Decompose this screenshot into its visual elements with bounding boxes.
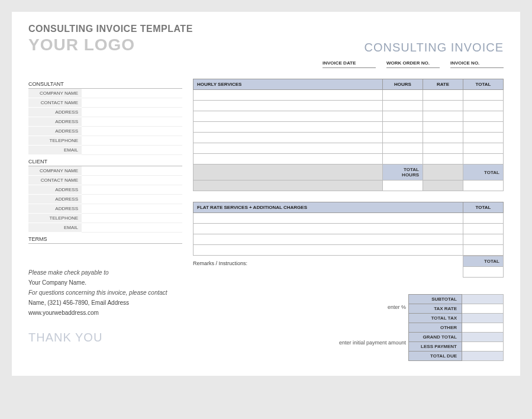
hourly-rate-header: RATE [423,79,463,90]
payment-footer: Please make check payable to Your Compan… [28,267,182,318]
questions-intro: For questions concerning this invoice, p… [28,288,182,298]
web-address: www.yourwebaddress.com [28,308,182,318]
client-address3-label: ADDRESS [28,204,82,214]
flat-row[interactable] [194,213,504,224]
other-value[interactable] [462,323,504,333]
tax-rate-value[interactable] [462,304,504,314]
consultant-telephone-value[interactable] [82,136,182,146]
grand-total-value [462,333,504,342]
client-company-label: COMPANY NAME [28,166,82,176]
client-section-label: CLIENT [28,159,182,166]
consultant-company-label: COMPANY NAME [28,89,82,98]
consultant-telephone-label: TELEPHONE [28,136,82,146]
hourly-row[interactable] [194,90,504,101]
header-row: YOUR LOGO CONSULTING INVOICE [28,36,504,54]
remarks-label: Remarks / Instructions: [193,258,463,278]
enter-payment-note: enter initial payment amount [339,340,406,346]
consultant-address3-value[interactable] [82,127,182,136]
client-address3-value[interactable] [82,204,182,214]
page-title: CONSULTING INVOICE TEMPLATE [28,24,504,34]
hourly-row[interactable] [194,122,504,133]
flat-rate-table: FLAT RATE SERVICES + ADDITIONAL CHARGES … [193,202,504,256]
grand-total-label: GRAND TOTAL [409,333,462,342]
client-company-value[interactable] [82,166,182,176]
payable-name: Your Company Name. [28,278,182,288]
client-address1-value[interactable] [82,185,182,195]
hourly-row[interactable] [194,101,504,111]
contact-line: Name, (321) 456-7890, Email Address [28,298,182,308]
hourly-row[interactable] [194,143,504,154]
client-email-value[interactable] [82,223,182,233]
invoice-meta: INVOICE DATE WORK ORDER NO. INVOICE NO. [28,59,504,68]
consultant-section-label: CONSULTANT [28,81,182,89]
flat-summary-total-value [463,267,504,278]
payable-intro: Please make check payable to [28,267,182,278]
less-payment-value[interactable] [462,342,504,352]
hourly-total-value [463,181,504,191]
consultant-company-value[interactable] [82,89,182,98]
flat-rate-header: FLAT RATE SERVICES + ADDITIONAL CHARGES [194,202,463,213]
hourly-summary-row: TOTAL HOURS TOTAL [194,165,504,181]
subtotal-value [462,295,504,304]
client-telephone-label: TELEPHONE [28,214,82,223]
tax-rate-label: TAX RATE [409,304,462,314]
client-contact-label: CONTACT NAME [28,176,82,185]
flat-summary-total-label: TOTAL [463,256,504,267]
hourly-services-header: HOURLY SERVICES [194,79,383,90]
consultant-contact-value[interactable] [82,98,182,108]
flat-row[interactable] [194,234,504,245]
invoice-heading: CONSULTING INVOICE [365,41,504,54]
consultant-address1-value[interactable] [82,108,182,117]
total-hours-value [383,181,423,191]
client-address2-label: ADDRESS [28,195,82,204]
other-label: OTHER [409,323,462,333]
hourly-services-table: HOURLY SERVICES HOURS RATE TOTAL TOTAL H… [193,79,504,191]
total-tax-value [462,314,504,323]
total-tax-label: TOTAL TAX [409,314,462,323]
flat-row[interactable] [194,245,504,256]
meta-invoice-date[interactable]: INVOICE DATE [323,59,376,68]
terms-label: TERMS [28,236,182,244]
client-contact-value[interactable] [82,176,182,185]
enter-percent-note: enter % [339,304,406,310]
consultant-table: COMPANY NAME CONTACT NAME ADDRESS ADDRES… [28,89,182,155]
subtotal-label: SUBTOTAL [409,295,462,304]
logo-placeholder: YOUR LOGO [28,36,135,54]
total-hours-label: TOTAL HOURS [383,165,423,181]
hourly-total-header: TOTAL [463,79,504,90]
client-address1-label: ADDRESS [28,185,82,195]
total-due-label: TOTAL DUE [409,352,462,361]
meta-work-order[interactable]: WORK ORDER NO. [386,59,440,68]
consultant-contact-label: CONTACT NAME [28,98,82,108]
client-telephone-value[interactable] [82,214,182,223]
totals-table: SUBTOTAL TAX RATE TOTAL TAX OTHER GRAND … [408,294,504,361]
hourly-row[interactable] [194,111,504,122]
meta-invoice-no[interactable]: INVOICE NO. [450,59,504,68]
hourly-row[interactable] [194,154,504,165]
less-payment-label: LESS PAYMENT [409,342,462,352]
hourly-total-label: TOTAL [463,165,504,181]
consultant-email-label: EMAIL [28,146,82,155]
client-address2-value[interactable] [82,195,182,204]
totals-block: enter % enter initial payment amount SUB… [193,294,504,361]
hourly-summary-values [194,181,504,191]
client-table: COMPANY NAME CONTACT NAME ADDRESS ADDRES… [28,166,182,233]
consultant-address1-label: ADDRESS [28,108,82,117]
consultant-address2-value[interactable] [82,117,182,127]
total-due-value [462,352,504,361]
flat-total-header: TOTAL [463,202,504,213]
consultant-address2-label: ADDRESS [28,117,82,127]
thank-you: THANK YOU [28,331,182,344]
flat-row[interactable] [194,224,504,234]
consultant-email-value[interactable] [82,146,182,155]
invoice-page: CONSULTING INVOICE TEMPLATE YOUR LOGO CO… [12,12,520,376]
hourly-hours-header: HOURS [383,79,423,90]
consultant-address3-label: ADDRESS [28,127,82,136]
client-email-label: EMAIL [28,223,82,233]
hourly-row[interactable] [194,133,504,143]
